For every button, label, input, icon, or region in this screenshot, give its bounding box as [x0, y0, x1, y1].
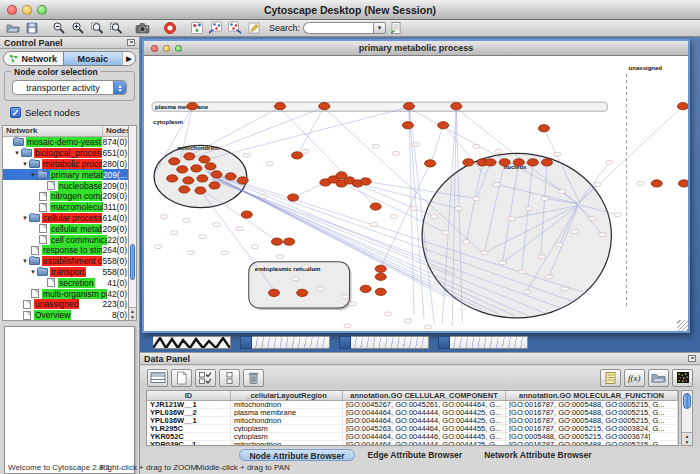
- node[interactable]: [195, 187, 206, 194]
- annotations-button[interactable]: [244, 20, 263, 36]
- birdseye-view[interactable]: [4, 326, 135, 474]
- export-network-button[interactable]: [225, 20, 244, 36]
- tree-row-cellular-metabo[interactable]: cellular metabo209(0): [3, 223, 136, 234]
- tree-row-overview[interactable]: Overview8(0): [3, 310, 136, 321]
- mini-node[interactable]: [455, 207, 462, 211]
- node[interactable]: [651, 180, 662, 187]
- mini-node[interactable]: [559, 190, 566, 194]
- column-header-annotation-go-molecular-function[interactable]: annotation.GO MOLECULAR_FUNCTION: [506, 391, 678, 400]
- disclosure-triangle-icon[interactable]: ▼: [21, 161, 29, 167]
- mini-node[interactable]: [370, 223, 377, 227]
- node[interactable]: [527, 159, 538, 166]
- tree-row-primary-metabo[interactable]: ▼primary metabo209(...: [3, 169, 136, 180]
- mini-node[interactable]: [199, 235, 206, 239]
- node[interactable]: [425, 160, 436, 167]
- tree-row-response-to-stimulu[interactable]: response to stimulu264(0): [3, 245, 136, 256]
- mini-node[interactable]: [251, 245, 258, 249]
- network-window[interactable]: primary metabolic process plasma membran…: [142, 39, 690, 333]
- table-row-ydr039c-1[interactable]: YDR039C__1mitochondrion[GO:0044464, GO:0…: [147, 441, 678, 446]
- tree-scrollbar[interactable]: ▲▼: [128, 125, 137, 321]
- import-network-button[interactable]: [206, 20, 225, 36]
- zoom-out-button[interactable]: [49, 20, 68, 36]
- snapshot-button[interactable]: [133, 20, 152, 36]
- vizmapper-button[interactable]: [187, 20, 206, 36]
- node[interactable]: [268, 289, 279, 296]
- tab-network[interactable]: Network: [4, 52, 63, 65]
- node[interactable]: [513, 159, 524, 166]
- mini-node[interactable]: [637, 182, 644, 186]
- node[interactable]: [187, 103, 198, 110]
- import-attributes-button[interactable]: [648, 369, 669, 387]
- node[interactable]: [274, 103, 285, 110]
- mini-node[interactable]: [410, 207, 417, 211]
- help-button[interactable]: [160, 20, 179, 36]
- mini-node[interactable]: [473, 197, 480, 201]
- node[interactable]: [237, 177, 248, 184]
- close-button[interactable]: [7, 5, 17, 15]
- mini-node[interactable]: [392, 152, 399, 156]
- node[interactable]: [451, 103, 462, 110]
- zoom-in-button[interactable]: [68, 20, 87, 36]
- mini-node[interactable]: [541, 197, 548, 201]
- node[interactable]: [292, 152, 303, 159]
- network-minimize-button[interactable]: [163, 45, 170, 52]
- node[interactable]: [677, 103, 688, 110]
- mini-node[interactable]: [171, 231, 178, 235]
- column-header-cellularlayoutregion[interactable]: _cellularLayoutRegion: [231, 391, 343, 400]
- tree-row-nucleobase[interactable]: nucleobase-209(0): [3, 180, 136, 191]
- mini-node[interactable]: [614, 213, 621, 217]
- mini-node[interactable]: [266, 162, 273, 166]
- network-close-button[interactable]: [151, 45, 158, 52]
- mini-node[interactable]: [412, 143, 419, 147]
- mini-node[interactable]: [545, 275, 552, 279]
- node[interactable]: [485, 159, 496, 166]
- compartment-nucleus[interactable]: [422, 153, 611, 318]
- tab-node-attribute-browser[interactable]: Node Attribute Browser: [239, 449, 354, 461]
- mini-node[interactable]: [443, 231, 450, 235]
- mini-node[interactable]: [594, 183, 601, 187]
- mini-node[interactable]: [606, 161, 613, 165]
- node[interactable]: [177, 166, 188, 173]
- network-zoom-button[interactable]: [175, 45, 182, 52]
- mini-node[interactable]: [183, 219, 190, 223]
- tab-network-attribute-browser[interactable]: Network Attribute Browser: [475, 449, 600, 461]
- mini-node[interactable]: [554, 153, 561, 157]
- mini-node[interactable]: [161, 215, 168, 219]
- mini-node[interactable]: [425, 325, 432, 329]
- tree-column-network[interactable]: Network: [3, 126, 103, 136]
- mini-node[interactable]: [431, 215, 438, 219]
- node[interactable]: [402, 122, 413, 129]
- mini-node[interactable]: [344, 324, 351, 328]
- node[interactable]: [211, 171, 222, 178]
- mini-node[interactable]: [473, 145, 480, 149]
- float-panel-icon[interactable]: [127, 39, 135, 46]
- network-canvas[interactable]: plasma membranecytoplasmmitochondrionnuc…: [144, 56, 688, 331]
- node[interactable]: [297, 289, 308, 296]
- mini-node[interactable]: [384, 312, 391, 316]
- tree-scrollbar-arrows[interactable]: ▲▼: [129, 307, 136, 320]
- minimize-button[interactable]: [22, 5, 32, 15]
- mini-node[interactable]: [556, 243, 563, 247]
- mini-node[interactable]: [292, 277, 299, 281]
- node[interactable]: [288, 194, 299, 201]
- edge[interactable]: [579, 106, 683, 202]
- mini-node[interactable]: [317, 287, 324, 291]
- minimized-window[interactable]: [153, 336, 231, 349]
- node[interactable]: [184, 153, 195, 160]
- edge[interactable]: [381, 163, 430, 267]
- table-row-ylr295c[interactable]: YLR295Ccytoplasm[GO:0045263, GO:0044464,…: [147, 425, 678, 433]
- tree-row-transport[interactable]: ▼transport558(0): [3, 267, 136, 278]
- mini-node[interactable]: [372, 145, 379, 149]
- mini-node[interactable]: [221, 251, 228, 255]
- mini-node[interactable]: [155, 245, 162, 249]
- minimized-window[interactable]: [339, 336, 429, 349]
- tree-row-unassigned[interactable]: unassigned223(0): [3, 299, 136, 310]
- node[interactable]: [499, 159, 510, 166]
- search-dropdown-button[interactable]: ▼: [373, 22, 386, 34]
- node[interactable]: [375, 273, 386, 280]
- table-scrollbar-thumb[interactable]: [683, 393, 691, 409]
- node[interactable]: [375, 265, 386, 272]
- node[interactable]: [370, 203, 381, 210]
- mini-node[interactable]: [499, 261, 506, 265]
- mini-node[interactable]: [404, 319, 411, 323]
